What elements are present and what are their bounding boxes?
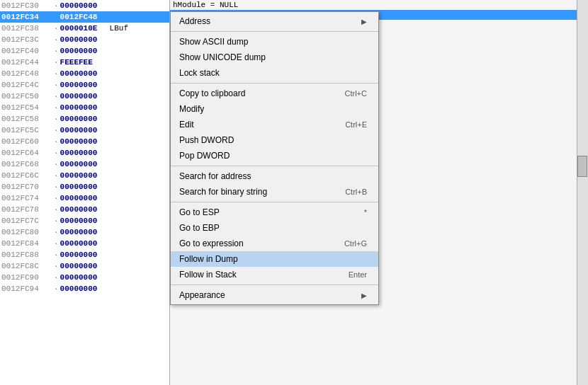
stack-row[interactable]: 0012FC78 · 00000000	[0, 204, 169, 215]
stack-row[interactable]: 0012FC5C · 00000000	[0, 125, 169, 136]
stack-address: 0012FC58	[1, 115, 52, 123]
stack-row[interactable]: 0012FC50 · 00000000	[0, 91, 169, 102]
stack-address: 0012FC80	[1, 228, 52, 236]
stack-dot: ·	[54, 171, 59, 180]
stack-address: 0012FC38	[1, 24, 52, 33]
menu-item-follow-in-stack[interactable]: Follow in StackEnter	[171, 267, 378, 282]
stack-value: 00000000	[60, 35, 108, 44]
menu-item-copy-to-clipboard[interactable]: Copy to clipboardCtrl+C	[171, 86, 378, 101]
stack-address: 0012FC6C	[1, 171, 52, 180]
stack-address: 0012FC7C	[1, 217, 52, 225]
menu-item-modify[interactable]: Modify	[171, 101, 378, 117]
submenu-arrow-icon: ▶	[361, 18, 367, 25]
stack-value: 00000000	[60, 239, 108, 248]
menu-item-lock-stack[interactable]: Lock stack	[171, 65, 378, 81]
stack-dot: ·	[54, 126, 59, 134]
stack-row[interactable]: 0012FC58 · 00000000	[0, 113, 169, 125]
stack-address: 0012FC84	[1, 239, 52, 248]
stack-row[interactable]: 0012FC70 · 00000000	[0, 181, 169, 192]
stack-value: 00000000	[60, 194, 108, 202]
stack-address: 0012FC54	[1, 103, 52, 112]
stack-value: 00000000	[60, 103, 108, 112]
stack-dot: ·	[54, 273, 59, 282]
menu-item-label: Search for address	[179, 171, 251, 181]
stack-row[interactable]: 0012FC94 · 00000000	[0, 283, 169, 294]
menu-shortcut: Enter	[349, 270, 367, 279]
menu-shortcut: Ctrl+C	[345, 89, 367, 98]
stack-value: 00000000	[60, 92, 108, 100]
menu-item-search-for-binary-string[interactable]: Search for binary stringCtrl+B	[171, 184, 378, 200]
stack-dot: ·	[54, 47, 59, 55]
menu-item-label: Search for binary string	[179, 187, 267, 197]
stack-dot: ·	[54, 217, 59, 225]
menu-item-go-to-expression[interactable]: Go to expressionCtrl+G	[171, 236, 378, 251]
stack-row[interactable]: 0012FC4C · 00000000	[0, 79, 169, 91]
stack-address: 0012FC78	[1, 205, 52, 214]
stack-row[interactable]: 0012FC40 · 00000000	[0, 45, 169, 57]
stack-row[interactable]: 0012FC64 · 00000000	[0, 147, 169, 159]
submenu-arrow-icon: ▶	[361, 292, 367, 299]
menu-shortcut: *	[364, 208, 367, 217]
menu-item-push-dword[interactable]: Push DWORD	[171, 132, 378, 148]
stack-row[interactable]: 0012FC60 · 00000000	[0, 136, 169, 147]
stack-address: 0012FC5C	[1, 126, 52, 134]
stack-row[interactable]: 0012FC7C · 00000000	[0, 215, 169, 226]
stack-value: 00000000	[60, 273, 108, 282]
stack-row[interactable]: 0012FC90 · 00000000	[0, 272, 169, 283]
stack-row[interactable]: 0012FC3C · 00000000	[0, 34, 169, 45]
stack-row[interactable]: 0012FC84 · 00000000	[0, 238, 169, 249]
stack-dot: ·	[54, 1, 59, 10]
stack-row[interactable]: 0012FC8C · 00000000	[0, 260, 169, 272]
stack-row[interactable]: 0012FC44 · FEEEFEE	[0, 57, 169, 68]
stack-row[interactable]: 0012FC38 · 0000010E LBuf	[0, 23, 169, 34]
menu-item-appearance[interactable]: Appearance▶	[171, 287, 378, 303]
menu-item-label: Go to expression	[179, 239, 244, 248]
stack-value: 00000000	[60, 251, 108, 259]
menu-separator	[171, 202, 378, 202]
menu-item-label: Show ASCII dump	[179, 37, 248, 47]
menu-item-edit[interactable]: EditCtrl+E	[171, 117, 378, 132]
stack-row[interactable]: 0012FC88 · 00000000	[0, 249, 169, 260]
stack-row[interactable]: 0012FC34 · 0012FC48	[0, 11, 169, 23]
menu-separator	[171, 83, 378, 84]
stack-value: 00000000	[60, 115, 108, 123]
stack-value: 00000000	[60, 262, 108, 270]
stack-dot: ·	[54, 183, 59, 191]
stack-address: 0012FC60	[1, 137, 52, 146]
stack-value: 00000000	[60, 126, 108, 134]
stack-value: 00000000	[60, 1, 108, 10]
menu-item-label: Push DWORD	[179, 135, 234, 145]
stack-value: 00000000	[60, 47, 108, 55]
menu-item-label: Modify	[179, 104, 204, 114]
stack-address: 0012FC94	[1, 285, 52, 293]
stack-dot: ·	[54, 149, 59, 157]
stack-row[interactable]: 0012FC80 · 00000000	[0, 226, 169, 238]
menu-separator	[171, 31, 378, 32]
stack-row[interactable]: 0012FC68 · 00000000	[0, 159, 169, 170]
menu-item-go-to-esp[interactable]: Go to ESP*	[171, 205, 378, 220]
menu-item-follow-in-dump[interactable]: Follow in Dump	[171, 251, 378, 267]
menu-separator	[171, 285, 378, 285]
stack-row[interactable]: 0012FC74 · 00000000	[0, 192, 169, 204]
stack-row[interactable]: 0012FC48 · 00000000	[0, 68, 169, 79]
stack-dot: ·	[54, 24, 59, 33]
stack-row[interactable]: 0012FC54 · 00000000	[0, 102, 169, 113]
menu-item-label: Pop DWORD	[179, 151, 230, 161]
menu-item-address[interactable]: Address▶	[171, 13, 378, 29]
menu-item-label: Edit	[179, 120, 194, 130]
menu-item-show-ascii-dump[interactable]: Show ASCII dump	[171, 34, 378, 50]
stack-address: 0012FC44	[1, 58, 52, 67]
scrollbar[interactable]	[577, 0, 588, 385]
scrollbar-thumb[interactable]	[577, 156, 587, 177]
stack-row[interactable]: 0012FC6C · 00000000	[0, 170, 169, 181]
register-line: hModule = NULL	[170, 0, 588, 10]
menu-item-go-to-ebp[interactable]: Go to EBP	[171, 220, 378, 236]
menu-item-pop-dword[interactable]: Pop DWORD	[171, 148, 378, 163]
stack-address: 0012FC34	[1, 13, 52, 21]
stack-value: 0000010E	[60, 24, 108, 33]
stack-row[interactable]: 0012FC30 · 00000000	[0, 0, 169, 11]
menu-item-show-unicode-dump[interactable]: Show UNICODE dump	[171, 50, 378, 65]
menu-item-search-for-address[interactable]: Search for address	[171, 168, 378, 184]
stack-value: 0012FC48	[60, 13, 108, 21]
stack-dot: ·	[54, 228, 59, 236]
